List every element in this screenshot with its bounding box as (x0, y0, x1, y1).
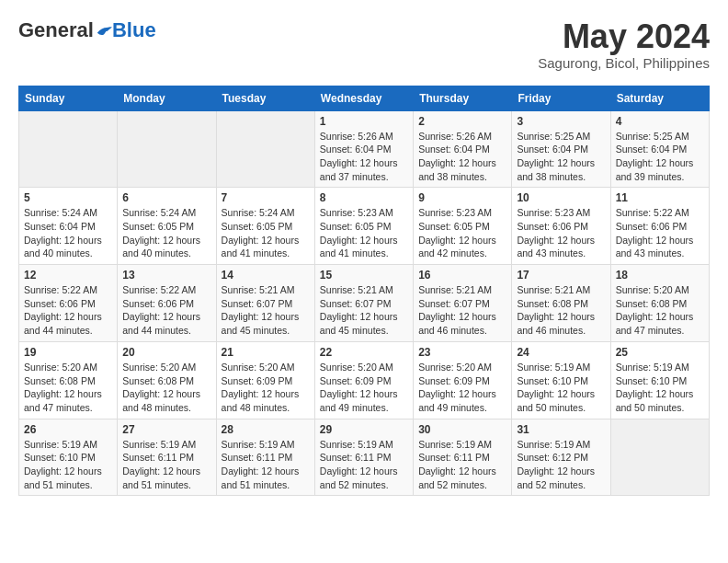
calendar-cell: 14Sunrise: 5:21 AMSunset: 6:07 PMDayligh… (216, 265, 314, 342)
day-number: 30 (418, 423, 506, 436)
location-subtitle: Sagurong, Bicol, Philippines (538, 55, 710, 71)
calendar-cell: 6Sunrise: 5:24 AMSunset: 6:05 PMDaylight… (118, 188, 216, 265)
day-number: 1 (320, 115, 408, 128)
calendar-cell: 11Sunrise: 5:22 AMSunset: 6:06 PMDayligh… (610, 188, 709, 265)
day-info: Sunrise: 5:21 AMSunset: 6:08 PMDaylight:… (517, 283, 605, 338)
calendar-cell: 13Sunrise: 5:22 AMSunset: 6:06 PMDayligh… (118, 265, 216, 342)
calendar-cell (118, 110, 216, 188)
day-number: 11 (616, 191, 704, 204)
day-number: 27 (122, 423, 210, 436)
calendar-cell: 3Sunrise: 5:25 AMSunset: 6:04 PMDaylight… (512, 110, 610, 188)
calendar-cell: 5Sunrise: 5:24 AMSunset: 6:04 PMDaylight… (19, 188, 118, 265)
day-number: 10 (517, 191, 605, 204)
day-number: 2 (418, 115, 506, 128)
day-number: 16 (418, 269, 506, 282)
calendar-header-saturday: Saturday (610, 86, 709, 110)
calendar-week-row: 19Sunrise: 5:20 AMSunset: 6:08 PMDayligh… (19, 341, 710, 419)
day-info: Sunrise: 5:22 AMSunset: 6:06 PMDaylight:… (24, 283, 112, 338)
day-info: Sunrise: 5:19 AMSunset: 6:11 PMDaylight:… (222, 438, 310, 492)
day-info: Sunrise: 5:24 AMSunset: 6:05 PMDaylight:… (122, 206, 210, 260)
calendar-cell: 25Sunrise: 5:19 AMSunset: 6:10 PMDayligh… (610, 341, 709, 419)
day-info: Sunrise: 5:19 AMSunset: 6:12 PMDaylight:… (517, 438, 605, 492)
logo-general: General (18, 18, 94, 42)
calendar-week-row: 1Sunrise: 5:26 AMSunset: 6:04 PMDaylight… (19, 110, 710, 188)
day-number: 24 (517, 346, 605, 359)
day-info: Sunrise: 5:25 AMSunset: 6:04 PMDaylight:… (517, 130, 605, 184)
day-number: 20 (122, 346, 210, 359)
day-number: 3 (517, 115, 605, 128)
day-info: Sunrise: 5:20 AMSunset: 6:08 PMDaylight:… (616, 283, 704, 338)
calendar-cell: 10Sunrise: 5:23 AMSunset: 6:06 PMDayligh… (512, 188, 610, 265)
calendar-week-row: 5Sunrise: 5:24 AMSunset: 6:04 PMDaylight… (19, 188, 710, 265)
calendar-cell: 21Sunrise: 5:20 AMSunset: 6:09 PMDayligh… (216, 341, 314, 419)
day-number: 7 (222, 191, 310, 204)
calendar-cell: 28Sunrise: 5:19 AMSunset: 6:11 PMDayligh… (216, 419, 314, 496)
calendar-cell: 27Sunrise: 5:19 AMSunset: 6:11 PMDayligh… (118, 419, 216, 496)
day-info: Sunrise: 5:20 AMSunset: 6:08 PMDaylight:… (24, 361, 112, 415)
calendar-cell: 2Sunrise: 5:26 AMSunset: 6:04 PMDaylight… (414, 110, 512, 188)
day-info: Sunrise: 5:22 AMSunset: 6:06 PMDaylight:… (616, 206, 704, 260)
day-number: 13 (122, 269, 210, 282)
calendar-cell (216, 110, 314, 188)
day-number: 25 (616, 346, 704, 359)
day-info: Sunrise: 5:25 AMSunset: 6:04 PMDaylight:… (616, 130, 704, 184)
calendar-cell: 12Sunrise: 5:22 AMSunset: 6:06 PMDayligh… (19, 265, 118, 342)
calendar-cell: 4Sunrise: 5:25 AMSunset: 6:04 PMDaylight… (610, 110, 709, 188)
page-header: General Blue May 2024 Sagurong, Bicol, P… (18, 18, 710, 71)
calendar-cell: 16Sunrise: 5:21 AMSunset: 6:07 PMDayligh… (414, 265, 512, 342)
day-info: Sunrise: 5:21 AMSunset: 6:07 PMDaylight:… (222, 283, 310, 338)
calendar-cell: 15Sunrise: 5:21 AMSunset: 6:07 PMDayligh… (314, 265, 413, 342)
calendar-header-monday: Monday (118, 86, 216, 110)
day-number: 12 (24, 269, 112, 282)
day-info: Sunrise: 5:19 AMSunset: 6:11 PMDaylight:… (122, 438, 210, 492)
calendar-cell: 1Sunrise: 5:26 AMSunset: 6:04 PMDaylight… (314, 110, 413, 188)
calendar-cell: 26Sunrise: 5:19 AMSunset: 6:10 PMDayligh… (19, 419, 118, 496)
calendar-header-wednesday: Wednesday (314, 86, 413, 110)
logo: General Blue (18, 18, 156, 42)
calendar-cell: 7Sunrise: 5:24 AMSunset: 6:05 PMDaylight… (216, 188, 314, 265)
calendar-header-row: SundayMondayTuesdayWednesdayThursdayFrid… (19, 86, 710, 110)
day-info: Sunrise: 5:19 AMSunset: 6:10 PMDaylight:… (24, 438, 112, 492)
day-info: Sunrise: 5:19 AMSunset: 6:11 PMDaylight:… (418, 438, 506, 492)
calendar-cell: 22Sunrise: 5:20 AMSunset: 6:09 PMDayligh… (314, 341, 413, 419)
day-number: 9 (418, 191, 506, 204)
day-number: 26 (24, 423, 112, 436)
calendar-header-sunday: Sunday (19, 86, 118, 110)
day-number: 23 (418, 346, 506, 359)
day-info: Sunrise: 5:23 AMSunset: 6:05 PMDaylight:… (320, 206, 408, 260)
day-number: 28 (222, 423, 310, 436)
calendar-cell: 24Sunrise: 5:19 AMSunset: 6:10 PMDayligh… (512, 341, 610, 419)
day-number: 29 (320, 423, 408, 436)
calendar-header-thursday: Thursday (414, 86, 512, 110)
day-info: Sunrise: 5:19 AMSunset: 6:10 PMDaylight:… (517, 361, 605, 415)
day-info: Sunrise: 5:23 AMSunset: 6:05 PMDaylight:… (418, 206, 506, 260)
day-number: 4 (616, 115, 704, 128)
day-number: 5 (24, 191, 112, 204)
day-number: 21 (222, 346, 310, 359)
day-number: 19 (24, 346, 112, 359)
day-info: Sunrise: 5:24 AMSunset: 6:05 PMDaylight:… (222, 206, 310, 260)
logo-text: General Blue (18, 18, 156, 42)
calendar-cell (610, 419, 709, 496)
calendar-cell: 20Sunrise: 5:20 AMSunset: 6:08 PMDayligh… (118, 341, 216, 419)
calendar-table: SundayMondayTuesdayWednesdayThursdayFrid… (18, 86, 710, 497)
day-info: Sunrise: 5:19 AMSunset: 6:10 PMDaylight:… (616, 361, 704, 415)
day-number: 31 (517, 423, 605, 436)
calendar-header-friday: Friday (512, 86, 610, 110)
calendar-week-row: 26Sunrise: 5:19 AMSunset: 6:10 PMDayligh… (19, 419, 710, 496)
day-info: Sunrise: 5:22 AMSunset: 6:06 PMDaylight:… (122, 283, 210, 338)
calendar-cell: 19Sunrise: 5:20 AMSunset: 6:08 PMDayligh… (19, 341, 118, 419)
calendar-cell: 31Sunrise: 5:19 AMSunset: 6:12 PMDayligh… (512, 419, 610, 496)
calendar-cell: 17Sunrise: 5:21 AMSunset: 6:08 PMDayligh… (512, 265, 610, 342)
day-info: Sunrise: 5:20 AMSunset: 6:09 PMDaylight:… (222, 361, 310, 415)
day-number: 14 (222, 269, 310, 282)
calendar-week-row: 12Sunrise: 5:22 AMSunset: 6:06 PMDayligh… (19, 265, 710, 342)
calendar-cell (19, 110, 118, 188)
day-info: Sunrise: 5:20 AMSunset: 6:09 PMDaylight:… (320, 361, 408, 415)
calendar-cell: 8Sunrise: 5:23 AMSunset: 6:05 PMDaylight… (314, 188, 413, 265)
day-info: Sunrise: 5:23 AMSunset: 6:06 PMDaylight:… (517, 206, 605, 260)
day-number: 18 (616, 269, 704, 282)
calendar-header-tuesday: Tuesday (216, 86, 314, 110)
day-info: Sunrise: 5:21 AMSunset: 6:07 PMDaylight:… (320, 283, 408, 338)
day-number: 22 (320, 346, 408, 359)
